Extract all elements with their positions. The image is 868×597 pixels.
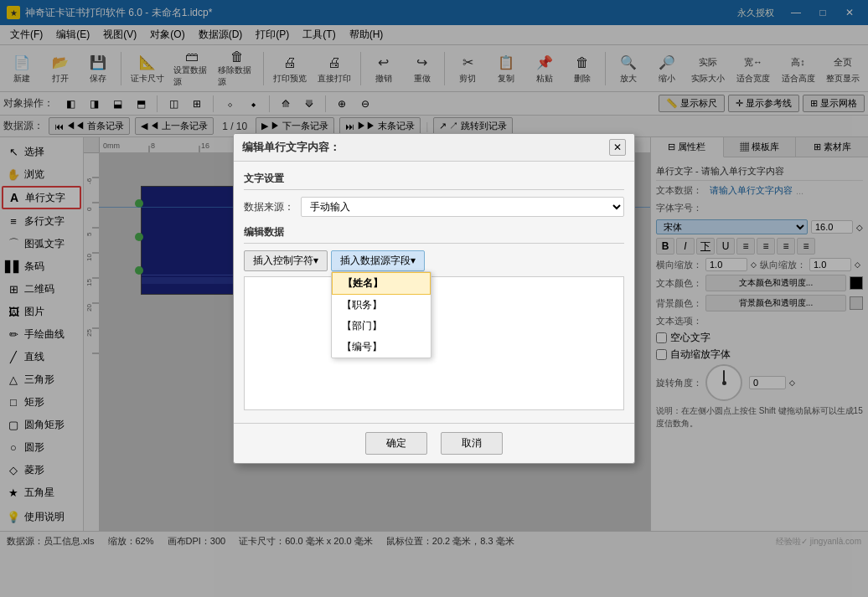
field-option-title[interactable]: 【职务】 — [332, 295, 431, 316]
modal-datasource-label: 数据来源： — [244, 200, 294, 214]
modal-footer: 确定 取消 — [234, 423, 634, 463]
modal-dialog: 编辑单行文字内容： ✕ 文字设置 数据来源： 手动输入 编辑数据 插入控制字符▾… — [233, 133, 635, 464]
insert-field-btn[interactable]: 插入数据源字段▾ — [331, 250, 425, 271]
modal-overlay[interactable]: 编辑单行文字内容： ✕ 文字设置 数据来源： 手动输入 编辑数据 插入控制字符▾… — [0, 0, 868, 597]
field-option-id[interactable]: 【编号】 — [332, 337, 431, 358]
modal-textarea[interactable] — [244, 276, 624, 410]
modal-section2-label: 编辑数据 — [244, 225, 624, 244]
modal-body: 文字设置 数据来源： 手动输入 编辑数据 插入控制字符▾ 插入数据源字段▾ 【姓… — [234, 162, 634, 423]
field-option-name[interactable]: 【姓名】 — [332, 272, 431, 295]
modal-datasource-select[interactable]: 手动输入 — [301, 197, 624, 217]
modal-confirm-btn[interactable]: 确定 — [365, 432, 427, 455]
modal-close-button[interactable]: ✕ — [609, 139, 626, 156]
field-option-dept[interactable]: 【部门】 — [332, 316, 431, 337]
insert-field-dropdown[interactable]: 插入数据源字段▾ 【姓名】 【职务】 【部门】 【编号】 — [331, 250, 425, 271]
modal-datasource-row: 数据来源： 手动输入 — [244, 197, 624, 217]
field-dropdown-menu: 【姓名】 【职务】 【部门】 【编号】 — [331, 271, 431, 358]
modal-cancel-btn[interactable]: 取消 — [441, 432, 503, 455]
insert-ctrl-char-btn[interactable]: 插入控制字符▾ — [244, 250, 328, 271]
modal-toolbar: 插入控制字符▾ 插入数据源字段▾ 【姓名】 【职务】 【部门】 【编号】 — [244, 250, 624, 271]
modal-section1-label: 文字设置 — [244, 172, 624, 190]
modal-title: 编辑单行文字内容： — [242, 140, 340, 155]
modal-title-bar: 编辑单行文字内容： ✕ — [234, 134, 634, 162]
